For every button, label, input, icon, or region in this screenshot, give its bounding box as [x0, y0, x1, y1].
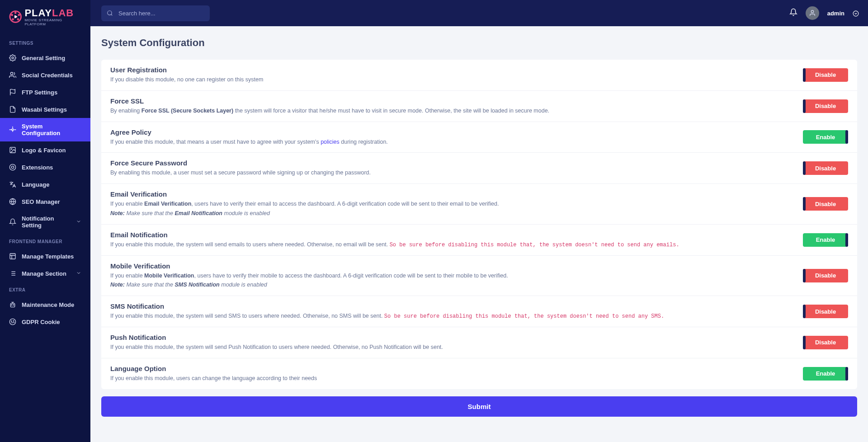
- svg-point-12: [11, 149, 12, 150]
- toggle-button[interactable]: Disable: [803, 99, 848, 113]
- nav-wasabi-settings[interactable]: Wasabi Settings: [0, 101, 90, 118]
- toggle-button[interactable]: Disable: [803, 336, 848, 349]
- avatar[interactable]: [806, 6, 819, 20]
- svg-rect-24: [10, 303, 14, 307]
- nav-seo-manager[interactable]: SEO Manager: [0, 193, 90, 210]
- nav-label: Wasabi Settings: [22, 106, 67, 113]
- nav-system-configuration[interactable]: System Configuration: [0, 118, 90, 141]
- notifications-icon[interactable]: [789, 8, 797, 18]
- config-row: Force SSL By enabling Force SSL (Secure …: [101, 91, 857, 122]
- toggle-handle: [803, 68, 806, 82]
- submit-button[interactable]: Submit: [101, 396, 857, 417]
- gear-icon: [9, 54, 16, 61]
- nav-extensions[interactable]: Extensions: [0, 159, 90, 176]
- toggle-button[interactable]: Disable: [803, 197, 848, 211]
- logo[interactable]: PLAYLAB MOVIE STREAMING PLATFORM: [0, 0, 90, 35]
- svg-rect-17: [10, 254, 15, 259]
- nav-ftp-settings[interactable]: FTP Settings: [0, 84, 90, 101]
- config-title: Push Notification: [110, 334, 794, 341]
- toggle-handle: [845, 367, 848, 381]
- toggle-label: Disable: [803, 339, 848, 346]
- nav-label: Notification Setting: [22, 215, 71, 229]
- nav-gdpr-cookie[interactable]: GDPR Cookie: [0, 313, 90, 330]
- config-row: Mobile Verification If you enable Mobile…: [101, 256, 857, 296]
- config-title: Force Secure Password: [110, 159, 794, 167]
- toggle-label: Enable: [803, 236, 848, 243]
- nav-section-frontend: FRONTEND MANAGER: [0, 234, 90, 248]
- chevron-down-icon: [76, 219, 81, 226]
- toggle-label: Disable: [803, 103, 848, 109]
- nav-language[interactable]: Language: [0, 176, 90, 193]
- search-icon: [107, 10, 113, 16]
- nav-social-credentials[interactable]: Social Credentials: [0, 66, 90, 84]
- svg-point-13: [9, 164, 15, 170]
- toggle-handle: [803, 99, 806, 113]
- globe-icon: [9, 198, 16, 205]
- nav-label: Language: [22, 181, 49, 188]
- nav-manage-templates[interactable]: Manage Templates: [0, 248, 90, 265]
- toggle-label: Disable: [803, 165, 848, 172]
- nav-section-settings: SETTINGS: [0, 35, 90, 49]
- svg-point-25: [11, 305, 12, 305]
- svg-point-14: [11, 166, 14, 168]
- cookie-icon: [9, 318, 16, 325]
- config-row: Force Secure Password By enabling this m…: [101, 153, 857, 184]
- nav-label: FTP Settings: [22, 89, 57, 96]
- config-row: Agree Policy If you enable this module, …: [101, 122, 857, 153]
- puzzle-icon: [9, 164, 16, 171]
- logo-icon: [9, 10, 22, 24]
- svg-point-35: [853, 11, 859, 16]
- robot-icon: [9, 301, 16, 308]
- config-title: Language Option: [110, 365, 794, 372]
- toggle-button[interactable]: Disable: [803, 68, 848, 82]
- config-card: User Registration If you disable this mo…: [101, 60, 857, 389]
- svg-point-28: [11, 321, 12, 321]
- user-menu-toggle[interactable]: [853, 9, 859, 17]
- file-icon: [9, 106, 16, 113]
- toggle-button[interactable]: Disable: [803, 161, 848, 175]
- config-desc: By enabling Force SSL (Secure Sockets La…: [110, 107, 794, 115]
- svg-point-2: [14, 12, 17, 14]
- nav-manage-section[interactable]: Manage Section: [0, 265, 90, 282]
- nav-label: Social Credentials: [22, 72, 73, 79]
- toggle-label: Enable: [803, 370, 848, 377]
- toggle-handle: [803, 269, 806, 282]
- main-content: System Configuration User Registration I…: [90, 0, 868, 428]
- svg-point-8: [10, 72, 13, 75]
- users-icon: [9, 71, 16, 79]
- toggle-button[interactable]: Disable: [803, 269, 848, 282]
- toggle-handle: [803, 197, 806, 211]
- config-title: Force SSL: [110, 97, 794, 105]
- config-desc: If you enable Mobile Verification, users…: [110, 272, 794, 290]
- nav-general-setting[interactable]: General Setting: [0, 49, 90, 66]
- toggle-handle: [845, 233, 848, 247]
- nav-maintenance-mode[interactable]: Maintenance Mode: [0, 296, 90, 313]
- toggle-button[interactable]: Enable: [803, 367, 848, 381]
- config-row: Push Notification If you enable this mod…: [101, 327, 857, 358]
- flag-icon: [9, 89, 16, 96]
- nav-label: Extensions: [22, 164, 53, 171]
- config-title: Email Verification: [110, 190, 794, 198]
- config-title: Mobile Verification: [110, 262, 794, 270]
- sidebar: PLAYLAB MOVIE STREAMING PLATFORM SETTING…: [0, 0, 90, 428]
- nav-label: GDPR Cookie: [22, 319, 60, 325]
- nav-logo-favicon[interactable]: Logo & Favicon: [0, 141, 90, 159]
- nav-label: General Setting: [22, 55, 65, 61]
- toggle-button[interactable]: Enable: [803, 130, 848, 144]
- search-input[interactable]: [101, 5, 210, 21]
- nav-notification-setting[interactable]: Notification Setting: [0, 210, 90, 234]
- toggle-label: Enable: [803, 134, 848, 141]
- topbar: admin: [90, 0, 868, 26]
- config-row: Email Notification If you enable this mo…: [101, 225, 857, 256]
- config-row: Language Option If you enable this modul…: [101, 358, 857, 389]
- svg-point-30: [12, 322, 12, 323]
- config-row: SMS Notification If you enable this modu…: [101, 296, 857, 327]
- svg-line-33: [111, 14, 113, 16]
- toggle-button[interactable]: Disable: [803, 305, 848, 318]
- toggle-label: Disable: [803, 272, 848, 279]
- toggle-button[interactable]: Enable: [803, 233, 848, 247]
- username: admin: [827, 10, 844, 17]
- config-desc: If you enable this module, the system wi…: [110, 343, 794, 352]
- config-title: SMS Notification: [110, 302, 794, 310]
- svg-point-34: [811, 10, 813, 13]
